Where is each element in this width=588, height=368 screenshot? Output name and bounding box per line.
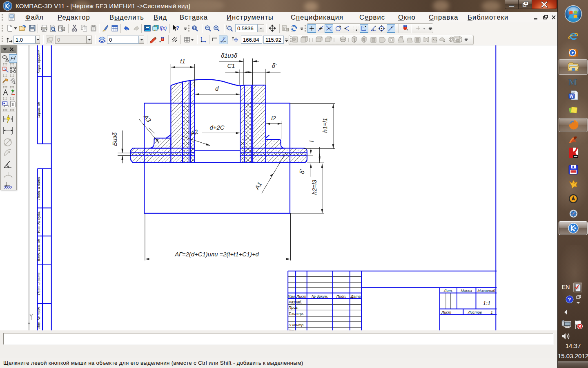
svg-text:Инв. № подл.: Инв. № подл.: [37, 306, 41, 329]
svg-text:Подп.: Подп.: [336, 294, 347, 298]
svg-text:f(x): f(x): [160, 25, 167, 31]
svg-text:АГ=2(d+С1)или =2(t+t1+С1)+d: АГ=2(d+С1)или =2(t+t1+С1)+d: [174, 251, 259, 258]
svg-text:M: M: [568, 77, 577, 87]
svg-text:Справ. №: Справ. №: [37, 102, 41, 119]
svg-text:W: W: [570, 94, 574, 99]
svg-text:Перв. примен.: Перв. примен.: [37, 49, 41, 73]
svg-text:Масса: Масса: [461, 289, 472, 293]
svg-text:h2=l3: h2=l3: [311, 180, 318, 195]
svg-text:1:1: 1:1: [483, 300, 491, 306]
svg-text:l: l: [308, 140, 315, 142]
svg-text:d: d: [215, 85, 219, 92]
svg-text:Дата: Дата: [350, 294, 361, 298]
svg-text:Лит.: Лит.: [443, 289, 453, 293]
svg-text:Масштаб: Масштаб: [477, 289, 495, 293]
svg-text:t1: t1: [180, 58, 185, 65]
svg-text:С1: С1: [227, 63, 235, 69]
svg-text:Взам. инв. №: Взам. инв. №: [37, 239, 41, 261]
svg-text:Подп. и дата: Подп. и дата: [37, 177, 41, 200]
svg-text:Листов: Листов: [468, 310, 482, 314]
svg-text:δ': δ': [299, 169, 305, 174]
svg-text:Т.контр.: Т.контр.: [289, 312, 304, 316]
svg-text:№ докум.: № докум.: [312, 294, 328, 298]
svg-text:Н.контр.: Н.контр.: [289, 323, 305, 327]
svg-text:Подп. и дата: Подп. и дата: [37, 272, 41, 295]
svg-text:Бизδ: Бизδ: [111, 132, 118, 146]
svg-text:h1=l1: h1=l1: [322, 118, 328, 133]
svg-text:1: 1: [490, 310, 492, 314]
svg-text:Лист: Лист: [441, 310, 451, 314]
svg-text:δ1изδ: δ1изδ: [221, 52, 238, 59]
svg-text:d+2С: d+2С: [210, 124, 225, 131]
svg-text:Изм.: Изм.: [288, 294, 296, 298]
svg-text:?: ?: [568, 296, 571, 303]
svg-text:?: ?: [176, 25, 179, 31]
svg-text:Пров.: Пров.: [289, 305, 299, 310]
svg-text:δ': δ': [272, 63, 277, 69]
svg-text:Разраб.: Разраб.: [289, 300, 303, 304]
svg-text:l2: l2: [271, 115, 276, 121]
svg-text:Инв. № дубл.: Инв. № дубл.: [37, 211, 41, 233]
svg-text:Лист: Лист: [296, 294, 306, 298]
